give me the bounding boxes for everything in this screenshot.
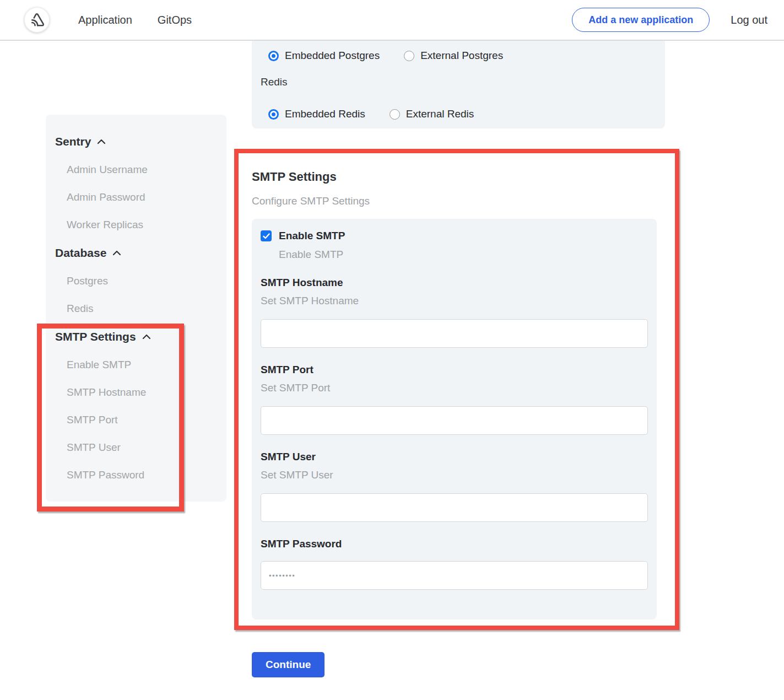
smtp-port-field-group: SMTP Port Set SMTP Port (261, 364, 648, 435)
sidebar-item-smtp-port[interactable]: SMTP Port (67, 413, 226, 427)
radio-unselected-icon[interactable] (390, 109, 400, 120)
sidebar-item-redis[interactable]: Redis (67, 302, 226, 315)
sidebar-item-smtp-hostname[interactable]: SMTP Hostname (67, 386, 226, 399)
annotation-box-smtp-form: SMTP Settings Configure SMTP Settings En… (234, 149, 679, 630)
radio-selected-icon[interactable] (268, 51, 279, 61)
sidebar-group-title-label: Sentry (55, 135, 91, 148)
sidebar-item-enable-smtp[interactable]: Enable SMTP (67, 358, 226, 371)
smtp-port-label: SMTP Port (261, 364, 648, 376)
smtp-hostname-label: SMTP Hostname (261, 277, 648, 289)
chevron-up-icon (97, 139, 106, 144)
radio-option-external-redis[interactable]: External Redis (390, 108, 474, 120)
sentry-logo-glyph (29, 12, 45, 28)
continue-button[interactable]: Continue (252, 652, 325, 677)
radio-option-embedded-redis[interactable]: Embedded Redis (268, 108, 365, 120)
sidebar-group-title-label: Database (55, 246, 106, 260)
database-config-panel: Embedded Postgres External Postgres Redi… (252, 41, 665, 128)
chevron-up-icon (142, 334, 151, 340)
smtp-port-helper: Set SMTP Port (261, 382, 648, 394)
sidebar-item-smtp-password[interactable]: SMTP Password (67, 469, 226, 482)
nav-right: Add a new application Log out (572, 8, 767, 32)
checkbox-checked-icon[interactable] (261, 230, 272, 241)
smtp-port-input[interactable] (261, 406, 648, 435)
enable-smtp-helper: Enable SMTP (279, 249, 648, 261)
smtp-user-label: SMTP User (261, 451, 648, 463)
check-icon (263, 233, 270, 239)
radio-label-embedded-postgres: Embedded Postgres (285, 50, 380, 62)
sidebar-group-database[interactable]: Database (55, 246, 226, 260)
smtp-hostname-field-group: SMTP Hostname Set SMTP Hostname (261, 277, 648, 348)
sidebar-item-smtp-user[interactable]: SMTP User (67, 441, 226, 454)
smtp-settings-title: SMTP Settings (252, 170, 657, 184)
sidebar-group-sentry[interactable]: Sentry (55, 134, 226, 149)
nav-links: Application GitOps (78, 14, 192, 26)
add-application-button[interactable]: Add a new application (572, 8, 710, 32)
postgres-radio-group: Embedded Postgres External Postgres (268, 49, 503, 62)
smtp-settings-subtitle: Configure SMTP Settings (252, 195, 657, 207)
logout-link[interactable]: Log out (731, 14, 767, 26)
sidebar-item-postgres[interactable]: Postgres (67, 274, 226, 288)
radio-unselected-icon[interactable] (404, 51, 414, 61)
chevron-up-icon (112, 250, 121, 256)
radio-option-embedded-postgres[interactable]: Embedded Postgres (268, 50, 380, 62)
radio-label-external-postgres: External Postgres (420, 50, 503, 62)
sidebar-item-worker-replicas[interactable]: Worker Replicas (67, 218, 226, 231)
smtp-password-label: SMTP Password (261, 538, 648, 550)
smtp-user-field-group: SMTP User Set SMTP User (261, 451, 648, 522)
smtp-password-field-group: SMTP Password (261, 538, 648, 590)
sidebar-group-smtp-settings[interactable]: SMTP Settings (55, 330, 226, 344)
radio-label-embedded-redis: Embedded Redis (285, 108, 365, 120)
enable-smtp-label: Enable SMTP (279, 230, 345, 242)
top-nav: Application GitOps Add a new application… (0, 0, 784, 41)
nav-link-gitops[interactable]: GitOps (158, 14, 192, 26)
sidebar-item-admin-username[interactable]: Admin Username (67, 163, 226, 176)
smtp-user-input[interactable] (261, 493, 648, 522)
sidebar-group-title-label: SMTP Settings (55, 330, 136, 343)
sidebar-item-admin-password[interactable]: Admin Password (67, 191, 226, 204)
radio-option-external-postgres[interactable]: External Postgres (404, 50, 503, 62)
radio-selected-icon[interactable] (268, 109, 279, 120)
redis-radio-group: Embedded Redis External Redis (268, 107, 474, 121)
smtp-user-helper: Set SMTP User (261, 469, 648, 481)
redis-section-label: Redis (261, 76, 288, 89)
smtp-hostname-helper: Set SMTP Hostname (261, 295, 648, 307)
radio-label-external-redis: External Redis (406, 108, 474, 120)
smtp-password-input[interactable] (261, 561, 648, 590)
smtp-hostname-input[interactable] (261, 319, 648, 348)
nav-link-application[interactable]: Application (78, 14, 132, 26)
enable-smtp-checkbox-row[interactable]: Enable SMTP (261, 230, 648, 242)
sentry-logo-icon[interactable] (24, 7, 50, 33)
smtp-form-panel: Enable SMTP Enable SMTP SMTP Hostname Se… (252, 219, 657, 620)
config-sidebar: Sentry Admin Username Admin Password Wor… (46, 115, 226, 502)
